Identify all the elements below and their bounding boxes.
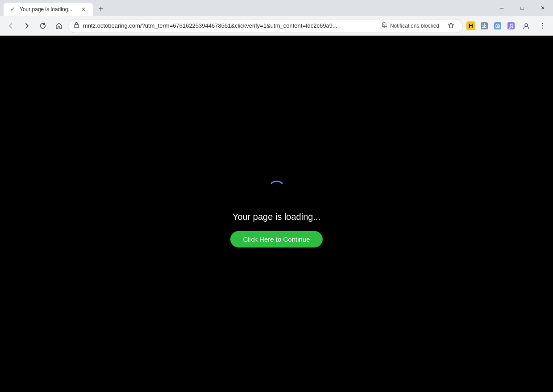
- camera-extension-button[interactable]: [491, 20, 504, 32]
- new-tab-button[interactable]: +: [95, 3, 107, 15]
- home-button[interactable]: [52, 19, 66, 33]
- forward-icon: [23, 22, 30, 29]
- favicon-check-icon: ✓: [10, 6, 15, 12]
- download-icon: [480, 22, 488, 30]
- forward-button[interactable]: [20, 19, 34, 33]
- profile-button[interactable]: [519, 19, 533, 33]
- honey-extension-button[interactable]: H: [465, 20, 477, 32]
- window-controls: ─ □ ✕: [491, 0, 553, 16]
- back-icon: [7, 22, 14, 29]
- reload-icon: [39, 22, 46, 29]
- toolbar: mntz.octobearing.com/?utm_term=676162253…: [0, 16, 553, 36]
- home-icon: [55, 22, 62, 29]
- svg-rect-6: [507, 22, 515, 29]
- bookmark-button[interactable]: [445, 20, 457, 32]
- back-button[interactable]: [4, 19, 18, 33]
- maximize-button[interactable]: □: [512, 0, 532, 16]
- loading-text: Your page is loading...: [233, 212, 320, 222]
- honey-icon: H: [466, 21, 475, 30]
- reload-button[interactable]: [36, 19, 50, 33]
- address-text: mntz.octobearing.com/?utm_term=676162253…: [83, 22, 376, 29]
- loading-spinner: [268, 181, 286, 198]
- address-bar[interactable]: mntz.octobearing.com/?utm_term=676162253…: [68, 19, 463, 33]
- extension-icons: H: [465, 20, 517, 32]
- svg-point-10: [542, 23, 543, 24]
- profile-icon: [522, 22, 530, 30]
- svg-point-11: [542, 25, 543, 26]
- menu-icon: [538, 23, 546, 29]
- tab-close-button[interactable]: ✕: [79, 5, 87, 13]
- star-icon: [448, 22, 454, 29]
- lock-icon: [74, 22, 79, 29]
- download-extension-button[interactable]: [478, 20, 491, 32]
- notifications-blocked-text: Notifications blocked: [390, 23, 439, 29]
- music-extension-button[interactable]: [505, 20, 517, 32]
- notifications-bell-icon: [381, 22, 387, 29]
- music-icon: [507, 22, 515, 30]
- camera-icon: [494, 22, 502, 30]
- page-content: Your page is loading... Click Here to Co…: [0, 36, 553, 392]
- tab-favicon: ✓: [9, 6, 16, 13]
- svg-point-12: [542, 27, 543, 28]
- active-tab[interactable]: ✓ Your page is loading... ✕: [4, 3, 93, 16]
- chrome-menu-button[interactable]: [535, 19, 549, 33]
- svg-rect-4: [494, 22, 501, 29]
- tab-strip: ✓ Your page is loading... ✕ +: [0, 0, 491, 16]
- minimize-button[interactable]: ─: [491, 0, 512, 16]
- titlebar: ✓ Your page is loading... ✕ + ─ □ ✕: [0, 0, 553, 16]
- svg-point-9: [525, 24, 528, 26]
- continue-button[interactable]: Click Here to Continue: [230, 231, 322, 248]
- tab-title: Your page is loading...: [20, 6, 76, 12]
- close-button[interactable]: ✕: [532, 0, 553, 16]
- notifications-blocked: Notifications blocked: [379, 22, 441, 29]
- svg-rect-0: [75, 25, 79, 28]
